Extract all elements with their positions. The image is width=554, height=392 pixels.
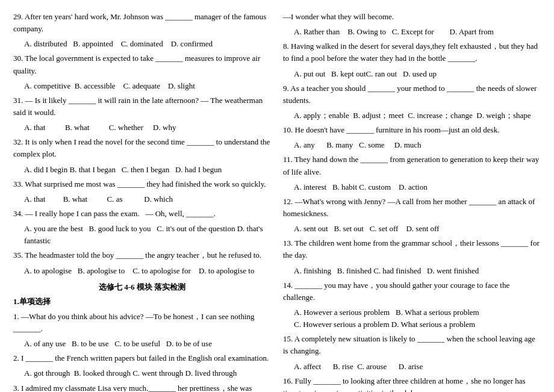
entry-33: 33. What surprised me most was _______ t…: [13, 178, 271, 190]
s-entry-3-num: 3.: [13, 384, 21, 392]
r-entry-13-options: A. finishing B. finished C. had finished…: [283, 265, 541, 277]
entry-31-num: 31.: [13, 96, 25, 105]
entry-31-text: — Is it likely _______ it will rain in t…: [13, 96, 263, 117]
s-entry-1: 1. —What do you think about his advice? …: [13, 311, 271, 335]
r-entry-8-text: Having walked in the desert for several …: [283, 42, 538, 63]
entry-29-options: A. distributed B. appointed C. dominated…: [13, 38, 271, 50]
r-entry-16: 16. Fully _______ to looking after three…: [283, 375, 541, 392]
s-entry-1-num: 1.: [13, 312, 21, 321]
entry-29-text: After ten years' hard work, Mr. Johnson …: [13, 12, 266, 33]
s-entry-2-text: I _______ the French written papers but …: [21, 353, 269, 362]
r-entry-13-num: 13.: [283, 238, 294, 247]
r-entry-10-num: 10.: [283, 125, 295, 134]
entry-33-text: What surprised me most was _______ they …: [25, 179, 266, 188]
r-entry-8: 8. Having walked in the desert for sever…: [283, 40, 541, 64]
r-entry-8-num: 8.: [283, 42, 291, 51]
r-entry-9-num: 9.: [283, 84, 290, 93]
r-entry-15: 15. A completely new situation is likely…: [283, 333, 541, 357]
entry-34-options: A. you are the best B. good luck to you …: [13, 223, 271, 247]
entry-31-options: A. that B. what C. whether D. why: [13, 122, 271, 134]
entry-35-text: The headmaster told the boy _______ the …: [25, 250, 261, 260]
entry-31: 31. — Is it likely _______ it will rain …: [13, 95, 271, 119]
r-entry-12-options: A. sent out B. set out C. set off D. sen…: [283, 223, 541, 235]
entry-32-text: It is only when I read the novel for the…: [13, 137, 270, 158]
r-entry-11-num: 11.: [283, 155, 294, 164]
s-entry-1-text: —What do you think about his advice? —To…: [13, 312, 255, 333]
r-entry-14-num: 14.: [283, 281, 295, 290]
r-entry-13: 13. The children went home from the gram…: [283, 237, 541, 261]
right-column: —I wonder what they will become. A. Rath…: [283, 11, 541, 392]
entry-33-options: A. that B. what C. as D. which: [13, 193, 271, 205]
entry-30-options: A. competitive B. accessible C. adequate…: [13, 80, 271, 92]
r-entry-9: 9. As a teacher you should _______ your …: [283, 82, 541, 107]
r-entry-9-text: As a teacher you should _______ your met…: [283, 84, 537, 105]
s-entry-2-options: A. got through B. looked through C. went…: [13, 367, 271, 379]
entry-34-num: 34.: [13, 209, 25, 218]
r-entry-9-options: A. apply；enable B. adjust；meet C. increa…: [283, 110, 541, 122]
entry-35-options: A. to apologise B. apologise to C. to ap…: [13, 265, 271, 277]
r-entry-15-options: A. affect B. rise C. arouse D. arise: [283, 361, 541, 373]
entry-34: 34. — I really hope I can pass the exam.…: [13, 208, 271, 220]
s-entry-3-text: I admired my classmate Lisa very much.__…: [13, 384, 252, 392]
entry-35-num: 35.: [13, 250, 25, 260]
entry-34-text: — I really hope I can pass the exam. — O…: [25, 209, 216, 218]
r-entry-14-options: A. However a serious problem B. What a s…: [283, 306, 541, 331]
s-entry-3: 3. I admired my classmate Lisa very much…: [13, 382, 271, 392]
r-entry-12-num: 12.: [283, 197, 295, 206]
entry-29: 29. After ten years' hard work, Mr. John…: [13, 11, 271, 35]
r-entry-14-text: _______ you may have，you should gather y…: [283, 281, 509, 302]
r-entry-11-text: They hand down the _______ from generati…: [283, 155, 539, 176]
r-entry-16-text: Fully _______ to looking after three chi…: [283, 376, 526, 392]
r-entry-11-options: A. interest B. habit C. custom D. action: [283, 181, 541, 193]
entry-33-num: 33.: [13, 179, 25, 188]
r-entry-wonder-options: A. Rather than B. Owing to C. Except for…: [283, 26, 541, 38]
r-entry-16-num: 16.: [283, 376, 295, 385]
section-label: 1.单项选择: [13, 296, 271, 308]
s-entry-2: 2. I _______ the French written papers b…: [13, 352, 271, 364]
left-column: 29. After ten years' hard work, Mr. John…: [13, 11, 271, 392]
r-entry-15-num: 15.: [283, 334, 294, 343]
r-entry-11: 11. They hand down the _______ from gene…: [283, 154, 541, 178]
section-title: 选修七 4-6 模块 落实检测: [13, 282, 271, 293]
r-entry-13-text: The children went home from the grammar …: [283, 238, 540, 260]
s-entry-2-num: 2.: [13, 353, 21, 362]
entry-35: 35. The headmaster told the boy _______ …: [13, 249, 271, 261]
r-entry-14: 14. _______ you may have，you should gath…: [283, 279, 541, 303]
r-entry-10-options: A. any B. many C. some D. much: [283, 139, 541, 151]
r-entry-10-text: He doesn't have _______ furniture in his…: [295, 125, 500, 134]
r-entry-8-options: A. put out B. kept outC. ran out D. used…: [283, 68, 541, 80]
entry-30-num: 30.: [13, 54, 25, 63]
r-entry-wonder: —I wonder what they will become.: [283, 11, 541, 23]
r-entry-10: 10. He doesn't have _______ furniture in…: [283, 124, 541, 136]
entry-30: 30. The local government is expected to …: [13, 52, 271, 76]
r-entry-12: 12. —What's wrong with Jenny? —A call fr…: [283, 196, 541, 220]
r-entry-15-text: A completely new situation is likely to …: [283, 334, 535, 355]
s-entry-1-options: A. of any use B. to be use C. to be usef…: [13, 338, 271, 350]
entry-32-num: 32.: [13, 137, 25, 146]
entry-29-num: 29.: [13, 12, 25, 21]
entry-30-text: The local government is expected to take…: [13, 54, 260, 75]
entry-32: 32. It is only when I read the novel for…: [13, 136, 271, 160]
r-entry-12-text: —What's wrong with Jenny? —A call from h…: [283, 197, 535, 218]
entry-32-options: A. did I begin B. that I began C. then I…: [13, 164, 271, 176]
page-content: 29. After ten years' hard work, Mr. John…: [13, 11, 541, 392]
